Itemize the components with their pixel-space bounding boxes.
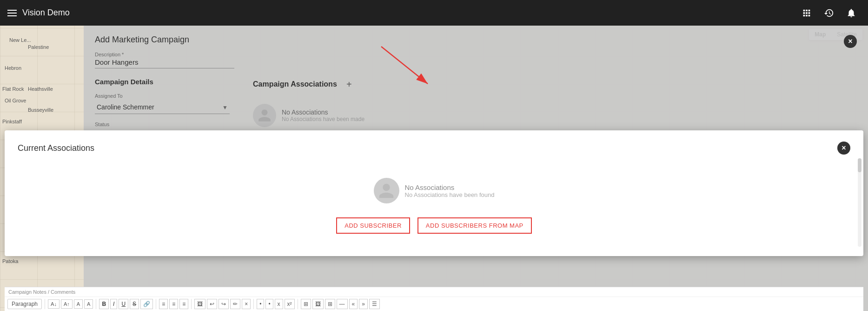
- campaign-assoc-header: Campaign Associations +: [253, 78, 857, 91]
- toolbar-ol-btn[interactable]: •: [265, 299, 273, 309]
- bg-modal-header: Add Marketing Campaign ×: [95, 35, 857, 48]
- toolbar-strikethrough-btn[interactable]: S: [130, 299, 139, 309]
- toolbar-row: Paragraph A↓ A↑ A A B I U S 🔗 ≡ ≡ ≡ 🖼 ↩ …: [5, 297, 863, 311]
- assigned-to-select-wrapper[interactable]: Caroline Schemmer ▼: [95, 101, 230, 114]
- map-label-newle: New Le...: [9, 37, 31, 43]
- fg-no-assoc-area: No Associations No Associations have bee…: [374, 178, 495, 203]
- campaign-notes-label: Campaign Notes / Comments: [5, 287, 863, 297]
- history-icon[interactable]: [820, 4, 838, 22]
- toolbar-divider-4: [191, 299, 192, 309]
- navbar-right: [797, 4, 861, 22]
- toolbar-table-btn[interactable]: ⊞: [301, 299, 311, 309]
- bg-modal-close-button[interactable]: ×: [844, 35, 857, 48]
- toolbar-align-right-btn[interactable]: ≡: [179, 299, 188, 309]
- assigned-to-select[interactable]: Caroline Schemmer: [95, 101, 230, 114]
- assigned-to-label: Assigned To: [95, 93, 234, 99]
- fg-modal-title: Current Associations: [18, 143, 94, 153]
- map-label-palestine: Palestine: [28, 44, 49, 50]
- description-value: Door Hangers: [95, 58, 234, 68]
- toolbar-more-btn[interactable]: ☰: [369, 299, 380, 309]
- no-assoc-subtitle: No Associations have been made: [282, 116, 364, 122]
- notifications-icon[interactable]: [842, 4, 861, 22]
- toolbar-font-a1-btn[interactable]: A: [74, 299, 83, 309]
- toolbar-endquote-btn[interactable]: »: [359, 299, 368, 309]
- fg-no-assoc-text: No Associations No Associations have bee…: [405, 183, 495, 198]
- toolbar-hr-btn[interactable]: —: [337, 299, 348, 309]
- add-association-button[interactable]: +: [343, 78, 356, 91]
- map-label-flatrock: Flat Rock: [2, 86, 24, 92]
- map-label-hebron: Hebron: [5, 65, 21, 71]
- toolbar-divider-2: [96, 299, 96, 309]
- description-label: Description *: [95, 52, 857, 57]
- no-assoc-title: No Associations: [282, 108, 364, 116]
- apps-icon[interactable]: [797, 4, 816, 22]
- toolbar-divider-1: [45, 299, 45, 309]
- fg-no-assoc-avatar: [374, 178, 399, 203]
- toolbar-italic-btn[interactable]: I: [110, 299, 117, 309]
- toolbar-quote-btn[interactable]: «: [349, 299, 358, 309]
- fg-modal-header: Current Associations ×: [18, 142, 850, 155]
- app-title: Vision Demo: [22, 8, 797, 18]
- campaign-assoc-title: Campaign Associations: [253, 80, 337, 88]
- map-label-pinkstaff: Pinkstaff: [2, 119, 22, 124]
- no-associations-area: No Associations No Associations have bee…: [253, 98, 857, 133]
- assigned-to-field: Assigned To Caroline Schemmer ▼: [95, 93, 234, 114]
- toolbar-divider-6: [298, 299, 298, 309]
- toolbar-embed-btn[interactable]: ⊞: [325, 299, 335, 309]
- toolbar-sup-btn[interactable]: x²: [285, 299, 295, 309]
- toolbar-underline-btn[interactable]: U: [119, 299, 128, 309]
- fg-no-assoc-title: No Associations: [405, 183, 495, 191]
- map-label-heathsville: Heathsville: [28, 86, 53, 92]
- map-label-oilgrove: Oil Grove: [5, 98, 26, 103]
- bottom-section: Campaign Notes / Comments Paragraph A↓ A…: [5, 287, 863, 311]
- fg-modal-scrollbar[interactable]: [858, 158, 861, 247]
- toolbar-redo-btn[interactable]: ↪: [219, 299, 229, 309]
- toolbar-sub-btn[interactable]: x: [275, 299, 283, 309]
- no-assoc-text: No Associations No Associations have bee…: [282, 108, 364, 122]
- current-associations-modal: Current Associations × No Associations N…: [5, 130, 863, 256]
- fg-action-buttons: ADD SUBSCRIBER ADD SUBSCRIBERS FROM MAP: [336, 217, 532, 234]
- campaign-details-title: Campaign Details: [95, 78, 234, 86]
- toolbar-highlight-btn[interactable]: ✏: [230, 299, 240, 309]
- status-label: Status: [95, 122, 234, 127]
- fg-modal-scrollbar-thumb: [858, 158, 861, 172]
- toolbar-align-center-btn[interactable]: ≡: [169, 299, 178, 309]
- add-subscriber-button[interactable]: ADD SUBSCRIBER: [336, 217, 410, 234]
- map-label-bussy: Busseyville: [28, 107, 53, 113]
- map-label-patoka: Patoka: [2, 258, 18, 264]
- fg-no-assoc-subtitle: No Associations have been found: [405, 191, 495, 198]
- toolbar-align-left-btn[interactable]: ≡: [159, 299, 168, 309]
- toolbar-divider-5: [253, 299, 254, 309]
- navbar: Vision Demo: [0, 0, 868, 26]
- toolbar-image-btn[interactable]: 🖼: [194, 299, 205, 309]
- hamburger-menu-icon[interactable]: [7, 10, 17, 16]
- bg-modal-title: Add Marketing Campaign: [95, 35, 189, 45]
- toolbar-undo-btn[interactable]: ↩: [207, 299, 217, 309]
- toolbar-clear-btn[interactable]: ×: [242, 299, 251, 309]
- fg-modal-close-button[interactable]: ×: [837, 142, 850, 155]
- toolbar-media-btn[interactable]: 🖼: [312, 299, 324, 309]
- toolbar-ul-btn[interactable]: •: [257, 299, 264, 309]
- toolbar-divider-3: [156, 299, 156, 309]
- no-assoc-avatar: [253, 104, 276, 127]
- fg-modal-body: No Associations No Associations have bee…: [18, 169, 850, 243]
- toolbar-bold-btn[interactable]: B: [99, 299, 109, 309]
- paragraph-select[interactable]: Paragraph: [7, 299, 42, 309]
- toolbar-font-a2-btn[interactable]: A: [84, 299, 93, 309]
- toolbar-font-color-btn[interactable]: A↓: [48, 299, 60, 309]
- toolbar-link-btn[interactable]: 🔗: [140, 299, 153, 309]
- add-subscribers-from-map-button[interactable]: ADD SUBSCRIBERS FROM MAP: [417, 217, 532, 234]
- toolbar-font-size-btn[interactable]: A↑: [61, 299, 73, 309]
